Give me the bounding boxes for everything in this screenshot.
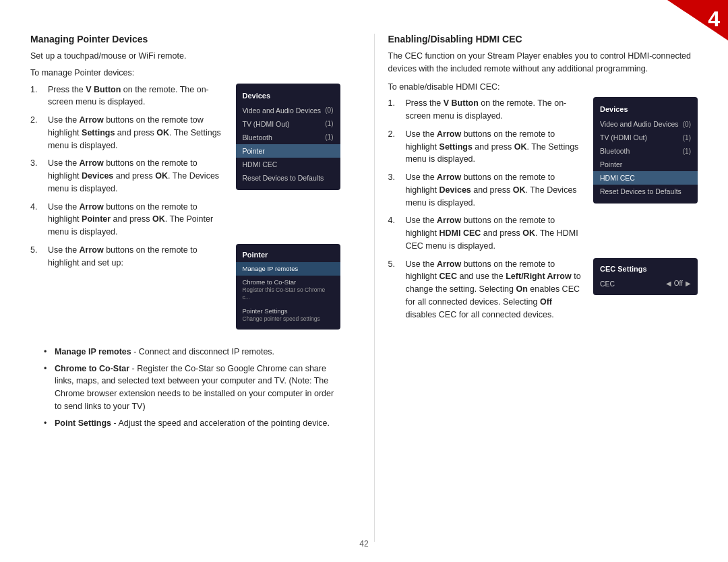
right-step-5: 5. Use the Arrow buttons on the remote t… (388, 258, 586, 321)
cec-label: CEC (600, 280, 615, 288)
bullet-item-2: • Chrome to Co-Star - Register the Co-St… (44, 363, 340, 413)
left-pointer-menu: Pointer Manage IP remotes Chrome to Co-S… (236, 244, 340, 330)
cec-settings-menu: CEC Settings CEC ◀ Off ▶ (593, 258, 698, 295)
cec-value: Off (674, 280, 683, 287)
left-menu-item-5: HDMI CEC (236, 158, 340, 171)
right-steps-with-screenshot: Devices Video and Audio Devices (0) TV (… (388, 97, 698, 257)
left-section-title: Managing Pointer Devices (30, 34, 340, 44)
right-intro: The CEC function on your Stream Player e… (388, 50, 698, 75)
left-menu-item-3: Bluetooth (1) (236, 131, 340, 144)
left-step-3: 3. Use the Arrow buttons on the remote t… (30, 157, 228, 195)
right-menu-item-5-hdmi: HDMI CEC (593, 171, 698, 185)
right-devices-screenshot: Devices Video and Audio Devices (0) TV (… (593, 97, 698, 212)
steps-with-screenshot: Devices Video and Audio Devices (0) TV (… (30, 84, 340, 244)
cec-settings-screenshot: CEC Settings CEC ◀ Off ▶ (593, 258, 698, 295)
bullet-item-3: • Point Settings - Adjust the speed and … (44, 417, 340, 430)
pointer-item-2: Chrome to Co-Star Register this Co-Star … (236, 276, 340, 304)
right-device-menu: Devices Video and Audio Devices (0) TV (… (593, 97, 698, 204)
left-step-1: 1. Press the V Button on the remote. The… (30, 84, 228, 109)
pointer-menu-title: Pointer (236, 248, 340, 262)
step5-with-pointer-screenshot: Pointer Manage IP remotes Chrome to Co-S… (30, 244, 340, 343)
page-corner: 4 (667, 0, 728, 40)
left-bullets: • Manage IP remotes - Connect and discon… (44, 346, 340, 430)
right-step-1: 1. Press the V Button on the remote. The… (388, 97, 586, 123)
right-menu-item-6: Reset Devices to Defaults (593, 185, 698, 198)
right-device-menu-title: Devices (593, 102, 698, 117)
right-step5-with-cec: CEC Settings CEC ◀ Off ▶ 5. Use the Arro… (388, 258, 698, 327)
cec-left-arrow: ◀ (666, 280, 671, 287)
right-intro-2: To enable/disable HDMI CEC: (388, 81, 698, 94)
left-device-menu: Devices Video and Audio Devices (0) TV (… (236, 84, 340, 190)
right-section-title: Enabling/Disabling HDMI CEC (388, 34, 698, 44)
left-devices-screenshot: Devices Video and Audio Devices (0) TV (… (236, 84, 340, 198)
left-menu-item-4-pointer: Pointer (236, 144, 340, 158)
left-step-4: 4. Use the Arrow buttons on the remote t… (30, 201, 228, 239)
cec-menu-row: CEC ◀ Off ▶ (593, 276, 698, 291)
right-menu-item-2: TV (HDMI Out) (1) (593, 131, 698, 144)
left-intro-1: Set up a touchpad/mouse or WiFi remote. (30, 50, 340, 63)
cec-menu-title: CEC Settings (593, 262, 698, 276)
left-device-menu-title: Devices (236, 89, 340, 104)
right-menu-item-1: Video and Audio Devices (0) (593, 117, 698, 131)
right-step-4: 4. Use the Arrow buttons on the remote t… (388, 214, 586, 252)
left-intro-2: To manage Pointer devices: (30, 67, 340, 80)
left-pointer-screenshot: Pointer Manage IP remotes Chrome to Co-S… (236, 244, 340, 338)
right-column: Enabling/Disabling HDMI CEC The CEC func… (374, 34, 698, 542)
right-step-3: 3. Use the Arrow buttons on the remote t… (388, 171, 586, 209)
bullet-item-1: • Manage IP remotes - Connect and discon… (44, 346, 340, 358)
right-menu-item-4: Pointer (593, 158, 698, 171)
page-number: 4 (708, 7, 720, 32)
right-menu-item-3: Bluetooth (1) (593, 144, 698, 158)
cec-right-arrow: ▶ (686, 280, 691, 287)
left-menu-item-2: TV (HDMI Out) (1) (236, 117, 340, 131)
cec-value-control: ◀ Off ▶ (666, 280, 691, 287)
right-step-2: 2. Use the Arrow buttons on the remote t… (388, 128, 586, 166)
left-step-5: 5. Use the Arrow buttons on the remote t… (30, 244, 228, 270)
page-footer: 42 (0, 539, 728, 549)
pointer-item-3: Pointer Settings Change pointer speed se… (236, 305, 340, 325)
footer-page-number: 42 (359, 539, 368, 549)
main-content: Managing Pointer Devices Set up a touchp… (0, 0, 728, 562)
left-menu-item-1: Video and Audio Devices (0) (236, 104, 340, 117)
left-step-2: 2. Use the Arrow buttons on the remote t… (30, 114, 228, 152)
pointer-item-1: Manage IP remotes (236, 262, 340, 276)
left-menu-item-6: Reset Devices to Defaults (236, 171, 340, 185)
left-column: Managing Pointer Devices Set up a touchp… (30, 34, 354, 542)
